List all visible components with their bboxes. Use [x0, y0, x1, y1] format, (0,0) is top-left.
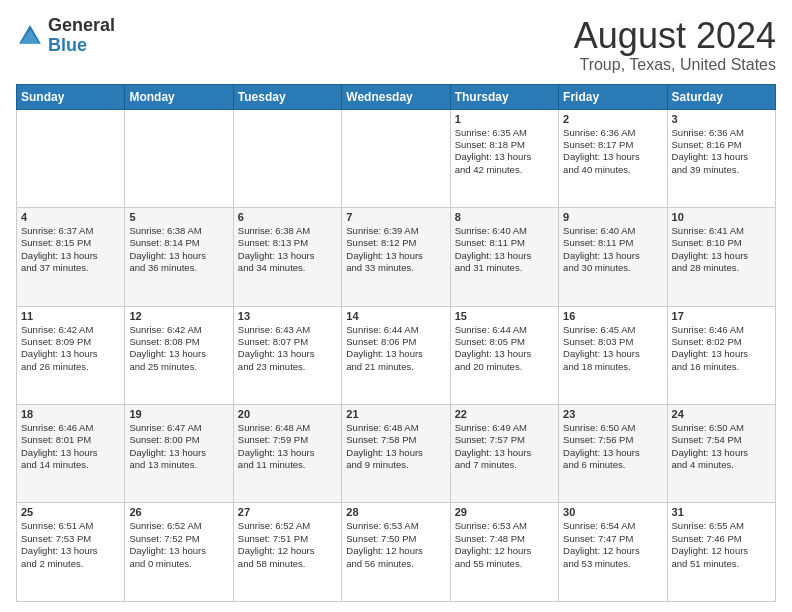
day-info-line: Daylight: 13 hours [129, 545, 228, 557]
calendar-week-2: 4Sunrise: 6:37 AMSunset: 8:15 PMDaylight… [17, 208, 776, 306]
day-info-line: Daylight: 13 hours [455, 151, 554, 163]
day-info-line: and 7 minutes. [455, 459, 554, 471]
day-info-line: Daylight: 12 hours [563, 545, 662, 557]
day-info-line: Daylight: 13 hours [455, 447, 554, 459]
day-info-line: Sunset: 8:05 PM [455, 336, 554, 348]
logo-line1: General [48, 16, 115, 36]
day-number: 9 [563, 211, 662, 223]
main-title: August 2024 [574, 16, 776, 56]
day-info-line: Daylight: 13 hours [21, 545, 120, 557]
day-info-line: and 21 minutes. [346, 361, 445, 373]
day-info-line: Sunrise: 6:43 AM [238, 324, 337, 336]
day-info-line: Sunrise: 6:41 AM [672, 225, 771, 237]
day-info-line: Daylight: 12 hours [238, 545, 337, 557]
day-info-line: and 40 minutes. [563, 164, 662, 176]
day-info-line: and 23 minutes. [238, 361, 337, 373]
logo-icon [16, 22, 44, 50]
calendar-cell: 4Sunrise: 6:37 AMSunset: 8:15 PMDaylight… [17, 208, 125, 306]
col-sunday: Sunday [17, 84, 125, 109]
day-info-line: Daylight: 13 hours [455, 348, 554, 360]
day-info-line: Sunset: 8:06 PM [346, 336, 445, 348]
day-info-line: Daylight: 13 hours [672, 447, 771, 459]
day-info-line: Daylight: 12 hours [455, 545, 554, 557]
day-number: 12 [129, 310, 228, 322]
calendar-cell: 9Sunrise: 6:40 AMSunset: 8:11 PMDaylight… [559, 208, 667, 306]
header-row: Sunday Monday Tuesday Wednesday Thursday… [17, 84, 776, 109]
day-info-line: Sunset: 8:10 PM [672, 237, 771, 249]
day-number: 29 [455, 506, 554, 518]
day-info-line: Sunset: 8:07 PM [238, 336, 337, 348]
logo: General Blue [16, 16, 115, 56]
calendar-cell: 28Sunrise: 6:53 AMSunset: 7:50 PMDayligh… [342, 503, 450, 602]
day-info-line: Sunset: 7:51 PM [238, 533, 337, 545]
day-info-line: and 26 minutes. [21, 361, 120, 373]
day-info-line: Sunset: 8:00 PM [129, 434, 228, 446]
calendar-cell: 13Sunrise: 6:43 AMSunset: 8:07 PMDayligh… [233, 306, 341, 404]
day-info-line: Daylight: 13 hours [238, 348, 337, 360]
day-info-line: and 37 minutes. [21, 262, 120, 274]
calendar-cell: 31Sunrise: 6:55 AMSunset: 7:46 PMDayligh… [667, 503, 775, 602]
day-number: 14 [346, 310, 445, 322]
calendar-cell: 12Sunrise: 6:42 AMSunset: 8:08 PMDayligh… [125, 306, 233, 404]
calendar-cell [233, 109, 341, 207]
calendar-cell: 16Sunrise: 6:45 AMSunset: 8:03 PMDayligh… [559, 306, 667, 404]
day-info-line: Daylight: 13 hours [21, 250, 120, 262]
day-info-line: and 9 minutes. [346, 459, 445, 471]
day-number: 20 [238, 408, 337, 420]
day-info-line: Daylight: 13 hours [346, 447, 445, 459]
day-info-line: Sunset: 7:48 PM [455, 533, 554, 545]
day-info-line: Sunset: 8:17 PM [563, 139, 662, 151]
day-info-line: Sunrise: 6:42 AM [129, 324, 228, 336]
day-info-line: Daylight: 13 hours [129, 348, 228, 360]
day-info-line: Sunset: 8:09 PM [21, 336, 120, 348]
day-info-line: Sunset: 8:12 PM [346, 237, 445, 249]
calendar-table: Sunday Monday Tuesday Wednesday Thursday… [16, 84, 776, 602]
day-info-line: Daylight: 13 hours [563, 348, 662, 360]
calendar-week-4: 18Sunrise: 6:46 AMSunset: 8:01 PMDayligh… [17, 405, 776, 503]
day-info-line: Daylight: 13 hours [672, 348, 771, 360]
calendar-cell: 8Sunrise: 6:40 AMSunset: 8:11 PMDaylight… [450, 208, 558, 306]
day-info-line: Sunrise: 6:50 AM [672, 422, 771, 434]
day-info-line: and 4 minutes. [672, 459, 771, 471]
calendar-header: Sunday Monday Tuesday Wednesday Thursday… [17, 84, 776, 109]
day-number: 10 [672, 211, 771, 223]
calendar-cell: 2Sunrise: 6:36 AMSunset: 8:17 PMDaylight… [559, 109, 667, 207]
calendar-cell: 23Sunrise: 6:50 AMSunset: 7:56 PMDayligh… [559, 405, 667, 503]
day-info-line: Sunset: 8:13 PM [238, 237, 337, 249]
calendar-week-1: 1Sunrise: 6:35 AMSunset: 8:18 PMDaylight… [17, 109, 776, 207]
day-info-line: Daylight: 13 hours [563, 250, 662, 262]
day-info-line: and 30 minutes. [563, 262, 662, 274]
calendar-cell: 27Sunrise: 6:52 AMSunset: 7:51 PMDayligh… [233, 503, 341, 602]
day-info-line: Sunset: 7:57 PM [455, 434, 554, 446]
day-info-line: and 31 minutes. [455, 262, 554, 274]
day-info-line: Sunrise: 6:46 AM [21, 422, 120, 434]
day-info-line: Sunrise: 6:38 AM [238, 225, 337, 237]
day-info-line: and 56 minutes. [346, 558, 445, 570]
calendar-week-5: 25Sunrise: 6:51 AMSunset: 7:53 PMDayligh… [17, 503, 776, 602]
day-info-line: Sunset: 8:15 PM [21, 237, 120, 249]
day-info-line: Sunrise: 6:40 AM [563, 225, 662, 237]
day-number: 2 [563, 113, 662, 125]
day-info-line: Daylight: 13 hours [563, 151, 662, 163]
col-tuesday: Tuesday [233, 84, 341, 109]
day-info-line: and 20 minutes. [455, 361, 554, 373]
day-number: 3 [672, 113, 771, 125]
calendar-cell [342, 109, 450, 207]
col-monday: Monday [125, 84, 233, 109]
day-info-line: Sunset: 7:46 PM [672, 533, 771, 545]
day-info-line: Sunrise: 6:52 AM [129, 520, 228, 532]
day-number: 31 [672, 506, 771, 518]
day-number: 19 [129, 408, 228, 420]
day-number: 15 [455, 310, 554, 322]
day-info-line: Daylight: 13 hours [129, 250, 228, 262]
day-number: 23 [563, 408, 662, 420]
day-number: 16 [563, 310, 662, 322]
day-number: 30 [563, 506, 662, 518]
col-saturday: Saturday [667, 84, 775, 109]
day-info-line: Sunrise: 6:48 AM [238, 422, 337, 434]
calendar-week-3: 11Sunrise: 6:42 AMSunset: 8:09 PMDayligh… [17, 306, 776, 404]
col-friday: Friday [559, 84, 667, 109]
day-info-line: Sunset: 7:59 PM [238, 434, 337, 446]
calendar-cell: 19Sunrise: 6:47 AMSunset: 8:00 PMDayligh… [125, 405, 233, 503]
day-info-line: Sunrise: 6:50 AM [563, 422, 662, 434]
